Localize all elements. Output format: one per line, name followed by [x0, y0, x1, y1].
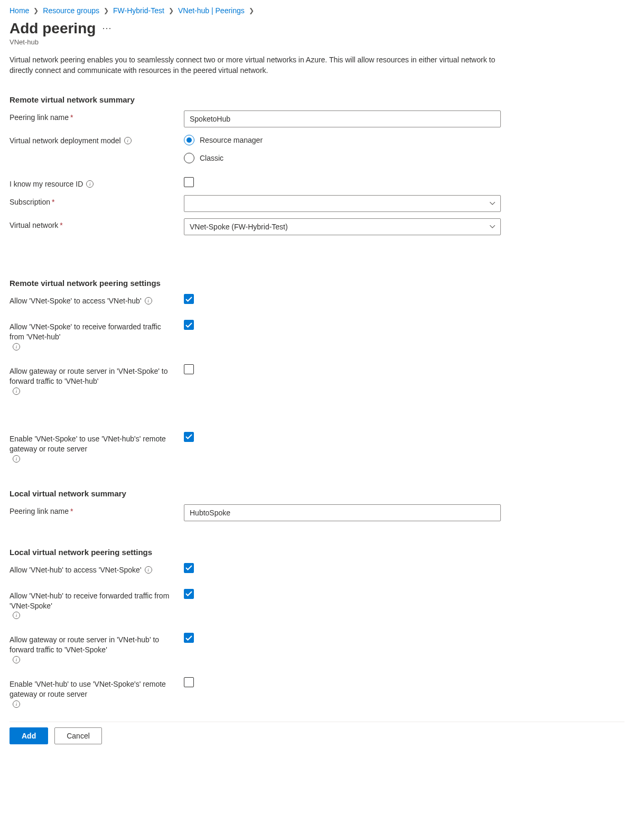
remote-allow-forward-label: Allow 'VNet-Spoke' to receive forwarded … — [10, 320, 184, 350]
remote-allow-gateway-checkbox[interactable] — [184, 364, 194, 374]
local-use-gw-checkbox[interactable] — [184, 677, 194, 687]
deploy-model-label: Virtual network deployment model i — [10, 134, 184, 146]
chevron-right-icon: ❯ — [104, 7, 109, 14]
remote-peering-link-label: Peering link name* — [10, 110, 184, 123]
remote-summary-heading: Remote virtual network summary — [10, 95, 624, 104]
know-resource-id-label: I know my resource ID i — [10, 177, 184, 189]
local-settings-heading: Local virtual network peering settings — [10, 548, 624, 557]
local-allow-access-label: Allow 'VNet-hub' to access 'VNet-Spoke' … — [10, 563, 184, 575]
subscription-label: Subscription* — [10, 195, 184, 207]
chevron-right-icon: ❯ — [249, 7, 254, 14]
remote-use-gw-checkbox[interactable] — [184, 432, 194, 442]
local-use-gw-label: Enable 'VNet-hub' to use 'VNet-Spoke's' … — [10, 677, 184, 708]
info-icon[interactable]: i — [145, 297, 152, 304]
local-summary-heading: Local virtual network summary — [10, 489, 624, 498]
remote-allow-gateway-label: Allow gateway or route server in 'VNet-S… — [10, 364, 184, 395]
local-peering-link-input[interactable] — [184, 504, 501, 521]
info-icon[interactable]: i — [13, 612, 20, 619]
remote-settings-heading: Remote virtual network peering settings — [10, 279, 624, 288]
add-button[interactable]: Add — [10, 727, 48, 744]
local-allow-access-checkbox[interactable] — [184, 563, 194, 573]
page-description: Virtual network peering enables you to s… — [10, 54, 517, 76]
local-peering-link-label: Peering link name* — [10, 504, 184, 516]
know-resource-id-checkbox[interactable] — [184, 177, 194, 187]
radio-resource-manager-label: Resource manager — [200, 136, 263, 144]
local-allow-gateway-label: Allow gateway or route server in 'VNet-h… — [10, 633, 184, 663]
info-icon[interactable]: i — [13, 343, 20, 350]
remote-allow-access-label: Allow 'VNet-Spoke' to access 'VNet-hub' … — [10, 294, 184, 306]
subscription-select[interactable] — [184, 195, 501, 212]
info-icon[interactable]: i — [13, 656, 20, 663]
local-allow-forward-checkbox[interactable] — [184, 589, 194, 599]
info-icon[interactable]: i — [145, 566, 152, 574]
remote-allow-forward-checkbox[interactable] — [184, 320, 194, 330]
breadcrumb-home[interactable]: Home — [10, 6, 29, 15]
breadcrumb-fw-hybrid-test[interactable]: FW-Hybrid-Test — [113, 6, 164, 15]
local-allow-gateway-checkbox[interactable] — [184, 633, 194, 643]
breadcrumb: Home ❯ Resource groups ❯ FW-Hybrid-Test … — [10, 6, 624, 15]
remote-allow-access-checkbox[interactable] — [184, 294, 194, 304]
info-icon[interactable]: i — [86, 180, 94, 188]
page-subtitle: VNet-hub — [10, 38, 624, 46]
virtual-network-label: Virtual network* — [10, 218, 184, 230]
breadcrumb-resource-groups[interactable]: Resource groups — [43, 6, 99, 15]
chevron-right-icon: ❯ — [33, 7, 39, 14]
radio-classic[interactable] — [184, 153, 194, 163]
more-actions-button[interactable]: ⋯ — [102, 22, 112, 34]
info-icon[interactable]: i — [13, 387, 20, 395]
info-icon[interactable]: i — [13, 455, 20, 463]
breadcrumb-vnet-hub-peerings[interactable]: VNet-hub | Peerings — [178, 6, 245, 15]
info-icon[interactable]: i — [124, 137, 132, 144]
chevron-right-icon: ❯ — [169, 7, 174, 14]
virtual-network-select[interactable]: VNet-Spoke (FW-Hybrid-Test) — [184, 218, 501, 235]
cancel-button[interactable]: Cancel — [54, 727, 102, 744]
remote-peering-link-input[interactable] — [184, 110, 501, 127]
info-icon[interactable]: i — [13, 700, 20, 708]
remote-use-gw-label: Enable 'VNet-Spoke' to use 'VNet-hub's' … — [10, 432, 184, 463]
radio-resource-manager[interactable] — [184, 135, 194, 145]
local-allow-forward-label: Allow 'VNet-hub' to receive forwarded tr… — [10, 589, 184, 620]
radio-classic-label: Classic — [200, 154, 223, 162]
page-title: Add peering — [10, 20, 96, 37]
